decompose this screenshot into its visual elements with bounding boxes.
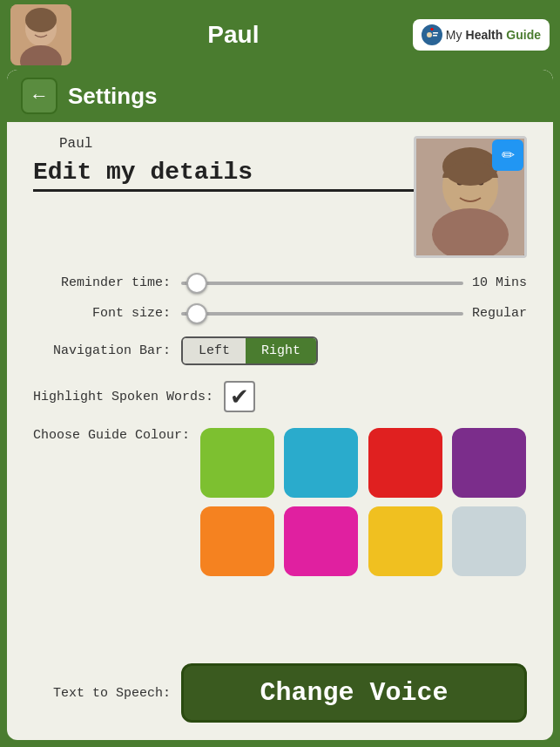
colour-swatch-teal[interactable]	[284, 428, 358, 498]
colour-swatch-green[interactable]	[200, 428, 274, 498]
font-label: Font size:	[33, 306, 181, 321]
main-content: ← Settings Paul Edit my details	[7, 70, 553, 740]
colour-swatch-light-gray[interactable]	[452, 506, 526, 576]
colour-section: Choose Guide Colour:	[33, 428, 527, 576]
tts-label: Text to Speech:	[33, 686, 181, 701]
logo-icon	[422, 24, 442, 45]
reminder-slider-thumb[interactable]	[186, 273, 207, 294]
header-username: Paul	[82, 21, 385, 49]
header-avatar	[10, 4, 71, 65]
logo-guide: Guide	[506, 28, 541, 42]
profile-section: Paul Edit my details	[33, 136, 527, 258]
highlight-checkbox[interactable]: ✔	[224, 381, 255, 412]
reminder-label: Reminder time:	[33, 275, 181, 290]
colour-swatch-orange[interactable]	[200, 506, 274, 576]
bottom-section: Text to Speech: Change Voice	[7, 655, 553, 740]
back-arrow-icon: ←	[30, 85, 49, 107]
edit-details-heading: Edit my details	[33, 159, 414, 192]
settings-bar: ← Settings	[7, 70, 553, 122]
settings-title: Settings	[68, 83, 158, 110]
pencil-icon: ✏	[502, 146, 515, 165]
colour-swatch-purple[interactable]	[452, 428, 526, 498]
svg-point-5	[25, 8, 57, 32]
colour-swatch-yellow[interactable]	[368, 506, 442, 576]
content-area: Paul Edit my details	[7, 122, 553, 655]
svg-rect-8	[433, 32, 438, 34]
font-control[interactable]	[181, 312, 463, 316]
profile-photo-container: ✏	[414, 136, 527, 258]
logo-health: Health	[466, 28, 503, 42]
nav-left-option[interactable]: Left	[183, 338, 246, 363]
colour-swatch-magenta[interactable]	[284, 506, 358, 576]
reminder-slider-track[interactable]	[181, 282, 463, 285]
reminder-value: 10 Mins	[472, 275, 527, 290]
reminder-row: Reminder time: 10 Mins	[33, 275, 527, 290]
change-voice-button[interactable]: Change Voice	[181, 663, 527, 723]
checkmark-icon: ✔	[230, 384, 249, 411]
nav-toggle[interactable]: Left Right	[181, 336, 318, 365]
colour-swatch-red[interactable]	[368, 428, 442, 498]
nav-control: Left Right	[181, 336, 527, 365]
highlight-control: ✔	[224, 381, 527, 412]
header: Paul MyHealthGuide	[0, 0, 560, 70]
font-row: Font size: Regular	[33, 306, 527, 321]
nav-label: Navigation Bar:	[33, 343, 181, 358]
profile-name-label: Paul	[59, 136, 309, 152]
avatar-image	[10, 4, 71, 65]
colour-label: Choose Guide Colour:	[33, 428, 200, 443]
svg-point-7	[427, 32, 432, 37]
highlight-row: Highlight Spoken Words: ✔	[33, 381, 527, 412]
myhealthguide-logo: MyHealthGuide	[413, 19, 550, 51]
logo-my: My	[446, 28, 462, 42]
nav-row: Navigation Bar: Left Right	[33, 336, 527, 365]
font-slider-track[interactable]	[181, 312, 463, 316]
highlight-label: Highlight Spoken Words:	[33, 390, 224, 404]
font-slider-thumb[interactable]	[186, 303, 207, 324]
svg-rect-9	[433, 35, 437, 37]
edit-photo-button[interactable]: ✏	[492, 139, 523, 171]
back-button[interactable]: ←	[21, 78, 57, 114]
reminder-control[interactable]	[181, 282, 463, 285]
nav-right-option[interactable]: Right	[246, 338, 316, 363]
svg-rect-11	[430, 29, 434, 30]
colour-grid	[200, 428, 527, 576]
font-value: Regular	[472, 306, 527, 321]
tts-row: Text to Speech: Change Voice	[33, 663, 527, 723]
